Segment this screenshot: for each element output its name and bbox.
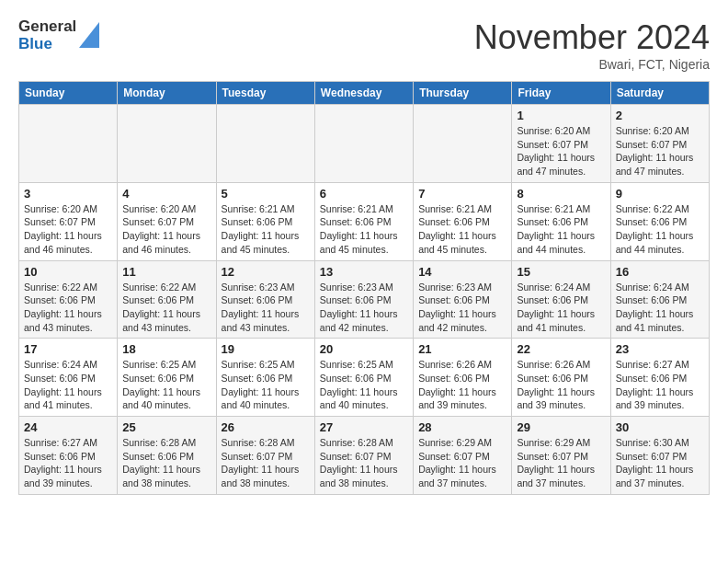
calendar-header-row: SundayMondayTuesdayWednesdayThursdayFrid… [19,82,710,105]
day-number: 22 [517,342,605,356]
day-number: 13 [320,265,408,279]
day-info: Sunrise: 6:26 AM Sunset: 6:06 PM Dayligh… [418,358,506,412]
day-info: Sunrise: 6:25 AM Sunset: 6:06 PM Dayligh… [222,358,310,412]
day-number: 19 [222,342,310,356]
day-number: 25 [122,420,210,434]
day-number: 26 [222,420,310,434]
calendar-header-tuesday: Tuesday [216,82,314,105]
calendar-cell: 29Sunrise: 6:29 AM Sunset: 6:07 PM Dayli… [512,417,610,495]
calendar-cell: 19Sunrise: 6:25 AM Sunset: 6:06 PM Dayli… [216,339,314,417]
calendar-cell: 8Sunrise: 6:21 AM Sunset: 6:06 PM Daylig… [512,182,610,260]
day-info: Sunrise: 6:28 AM Sunset: 6:07 PM Dayligh… [222,436,310,490]
calendar-cell: 2Sunrise: 6:20 AM Sunset: 6:07 PM Daylig… [610,105,709,183]
day-number: 17 [24,342,112,356]
day-number: 10 [24,265,112,279]
calendar-header-thursday: Thursday [414,82,512,105]
day-number: 7 [418,187,506,201]
calendar-cell: 15Sunrise: 6:24 AM Sunset: 6:06 PM Dayli… [512,260,610,339]
calendar-cell: 23Sunrise: 6:27 AM Sunset: 6:06 PM Dayli… [610,339,709,417]
day-number: 24 [24,420,112,434]
calendar-cell: 3Sunrise: 6:20 AM Sunset: 6:07 PM Daylig… [19,182,118,260]
day-number: 6 [320,187,408,201]
day-info: Sunrise: 6:27 AM Sunset: 6:06 PM Dayligh… [24,436,112,490]
day-info: Sunrise: 6:24 AM Sunset: 6:06 PM Dayligh… [616,281,704,335]
calendar-cell: 30Sunrise: 6:30 AM Sunset: 6:07 PM Dayli… [610,417,709,495]
calendar-cell: 10Sunrise: 6:22 AM Sunset: 6:06 PM Dayli… [19,260,118,339]
logo-icon [79,22,99,48]
day-info: Sunrise: 6:28 AM Sunset: 6:06 PM Dayligh… [122,436,210,490]
day-info: Sunrise: 6:22 AM Sunset: 6:06 PM Dayligh… [24,281,112,335]
day-info: Sunrise: 6:20 AM Sunset: 6:07 PM Dayligh… [616,124,704,178]
page-header: General Blue November 2024 Bwari, FCT, N… [18,18,710,72]
day-number: 1 [517,109,605,122]
day-info: Sunrise: 6:29 AM Sunset: 6:07 PM Dayligh… [517,436,605,490]
calendar-cell: 5Sunrise: 6:21 AM Sunset: 6:06 PM Daylig… [216,182,314,260]
calendar-cell: 6Sunrise: 6:21 AM Sunset: 6:06 PM Daylig… [314,182,413,260]
calendar-cell [414,105,512,183]
day-number: 4 [122,187,210,201]
calendar-cell [216,105,314,183]
calendar-header-friday: Friday [512,82,610,105]
day-info: Sunrise: 6:21 AM Sunset: 6:06 PM Dayligh… [320,202,408,257]
day-info: Sunrise: 6:23 AM Sunset: 6:06 PM Dayligh… [222,281,310,335]
day-info: Sunrise: 6:20 AM Sunset: 6:07 PM Dayligh… [24,202,112,257]
calendar-week-1: 1Sunrise: 6:20 AM Sunset: 6:07 PM Daylig… [19,105,710,183]
day-info: Sunrise: 6:21 AM Sunset: 6:06 PM Dayligh… [418,202,506,257]
day-info: Sunrise: 6:21 AM Sunset: 6:06 PM Dayligh… [222,202,310,257]
calendar-cell: 4Sunrise: 6:20 AM Sunset: 6:07 PM Daylig… [118,182,216,260]
day-number: 14 [418,265,506,279]
day-info: Sunrise: 6:26 AM Sunset: 6:06 PM Dayligh… [517,358,605,412]
day-info: Sunrise: 6:20 AM Sunset: 6:07 PM Dayligh… [122,202,210,257]
day-info: Sunrise: 6:25 AM Sunset: 6:06 PM Dayligh… [122,358,210,412]
calendar-week-5: 24Sunrise: 6:27 AM Sunset: 6:06 PM Dayli… [19,417,710,495]
day-number: 23 [616,342,704,356]
location: Bwari, FCT, Nigeria [474,57,710,72]
calendar-cell: 7Sunrise: 6:21 AM Sunset: 6:06 PM Daylig… [414,182,512,260]
logo-general: General [18,18,76,36]
calendar-cell: 20Sunrise: 6:25 AM Sunset: 6:06 PM Dayli… [314,339,413,417]
day-info: Sunrise: 6:21 AM Sunset: 6:06 PM Dayligh… [517,202,605,257]
day-info: Sunrise: 6:25 AM Sunset: 6:06 PM Dayligh… [320,358,408,412]
day-number: 11 [122,265,210,279]
calendar-cell: 28Sunrise: 6:29 AM Sunset: 6:07 PM Dayli… [414,417,512,495]
day-info: Sunrise: 6:28 AM Sunset: 6:07 PM Dayligh… [320,436,408,490]
calendar-cell: 26Sunrise: 6:28 AM Sunset: 6:07 PM Dayli… [216,417,314,495]
calendar-cell: 12Sunrise: 6:23 AM Sunset: 6:06 PM Dayli… [216,260,314,339]
svg-marker-0 [79,22,99,48]
calendar-cell: 18Sunrise: 6:25 AM Sunset: 6:06 PM Dayli… [118,339,216,417]
calendar-cell: 9Sunrise: 6:22 AM Sunset: 6:06 PM Daylig… [610,182,709,260]
calendar-week-4: 17Sunrise: 6:24 AM Sunset: 6:06 PM Dayli… [19,339,710,417]
calendar-cell: 17Sunrise: 6:24 AM Sunset: 6:06 PM Dayli… [19,339,118,417]
day-number: 5 [222,187,310,201]
day-number: 18 [122,342,210,356]
calendar-cell: 22Sunrise: 6:26 AM Sunset: 6:06 PM Dayli… [512,339,610,417]
day-info: Sunrise: 6:24 AM Sunset: 6:06 PM Dayligh… [24,358,112,412]
calendar-table: SundayMondayTuesdayWednesdayThursdayFrid… [18,81,710,495]
calendar-cell [19,105,118,183]
calendar-cell: 14Sunrise: 6:23 AM Sunset: 6:06 PM Dayli… [414,260,512,339]
day-number: 15 [517,265,605,279]
day-number: 27 [320,420,408,434]
day-info: Sunrise: 6:22 AM Sunset: 6:06 PM Dayligh… [122,281,210,335]
day-number: 2 [616,109,704,122]
calendar-header-wednesday: Wednesday [314,82,413,105]
calendar-cell: 25Sunrise: 6:28 AM Sunset: 6:06 PM Dayli… [118,417,216,495]
calendar-cell: 24Sunrise: 6:27 AM Sunset: 6:06 PM Dayli… [19,417,118,495]
logo-blue: Blue [18,36,76,53]
day-info: Sunrise: 6:24 AM Sunset: 6:06 PM Dayligh… [517,281,605,335]
day-number: 29 [517,420,605,434]
day-info: Sunrise: 6:30 AM Sunset: 6:07 PM Dayligh… [616,436,704,490]
day-info: Sunrise: 6:27 AM Sunset: 6:06 PM Dayligh… [616,358,704,412]
calendar-cell: 13Sunrise: 6:23 AM Sunset: 6:06 PM Dayli… [314,260,413,339]
day-number: 3 [24,187,112,201]
day-number: 12 [222,265,310,279]
calendar-cell [314,105,413,183]
calendar-header-monday: Monday [118,82,216,105]
calendar-header-sunday: Sunday [19,82,118,105]
calendar-cell: 1Sunrise: 6:20 AM Sunset: 6:07 PM Daylig… [512,105,610,183]
day-number: 21 [418,342,506,356]
day-number: 9 [616,187,704,201]
day-number: 30 [616,420,704,434]
title-block: November 2024 Bwari, FCT, Nigeria [474,18,710,72]
calendar-cell: 11Sunrise: 6:22 AM Sunset: 6:06 PM Dayli… [118,260,216,339]
